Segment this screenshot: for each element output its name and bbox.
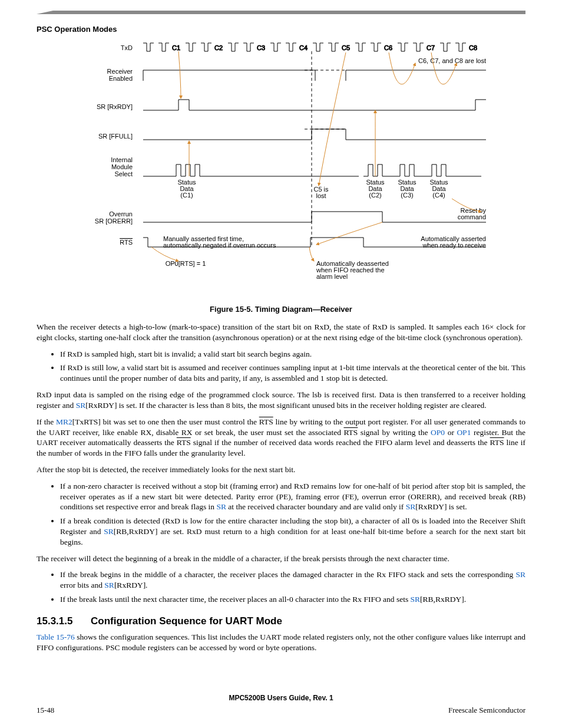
text-run: If the break begins in the middle of a c… bbox=[60, 570, 515, 579]
footer-page-number: 15-48 bbox=[37, 706, 54, 715]
subsection-heading: 15.3.1.5Configuration Sequence for UART … bbox=[37, 615, 525, 627]
footer-vendor: Freescale Semiconductor bbox=[448, 706, 525, 715]
op0-note: OP0[RTS] = 1 bbox=[166, 260, 206, 267]
svg-text:StatusData(C1): StatusData(C1) bbox=[177, 179, 196, 199]
running-header: PSC Operation Modes bbox=[37, 25, 525, 34]
header-rule bbox=[53, 11, 525, 14]
rts-overline: RTS bbox=[343, 428, 358, 437]
svg-text:C7: C7 bbox=[427, 44, 435, 51]
text-run: at the received character boundary and a… bbox=[226, 502, 406, 511]
signal-label: OverrunSR [ORERR] bbox=[95, 210, 133, 225]
reset-note: Reset bycommand bbox=[458, 207, 487, 220]
body-paragraph: If the MR2[TxRTS] bit was set to one the… bbox=[37, 417, 525, 459]
text-run: [RxRDY] is set. bbox=[415, 502, 467, 511]
signal-label: ReceiverEnabled bbox=[107, 68, 133, 82]
text-run: signal by writing the bbox=[358, 428, 431, 437]
svg-text:StatusData(C3): StatusData(C3) bbox=[398, 179, 416, 199]
subsection-number: 15.3.1.5 bbox=[37, 615, 91, 627]
xref-sr[interactable]: SR bbox=[104, 581, 114, 589]
svg-text:C3: C3 bbox=[257, 44, 265, 51]
auto-deassert: Automatically deassertedwhen FIFO reache… bbox=[316, 260, 389, 280]
figure-container: TxD C1 C2 C3 C4 bbox=[37, 39, 525, 314]
svg-text:C5 islost: C5 islost bbox=[313, 186, 329, 199]
lost-note: C6, C7, and C8 are lost bbox=[418, 57, 486, 64]
list-item: If a non-zero character is received with… bbox=[60, 481, 525, 512]
list-item: If RxD is still low, a valid start bit i… bbox=[60, 363, 525, 384]
body-paragraph: RxD input data is sampled on the rising … bbox=[37, 390, 525, 411]
text-run: [RB,RxRDY] are set. RxD must return to a… bbox=[60, 527, 525, 546]
xref-sr[interactable]: SR bbox=[216, 502, 226, 511]
xref-sr[interactable]: SR bbox=[411, 595, 421, 604]
text-run: If the bbox=[37, 417, 56, 426]
svg-text:C8: C8 bbox=[469, 44, 477, 51]
xref-sr[interactable]: SR bbox=[104, 527, 114, 536]
svg-text:C6: C6 bbox=[384, 44, 392, 51]
xref-sr[interactable]: SR bbox=[406, 502, 416, 511]
rts-overline: RTS bbox=[177, 438, 191, 447]
body-paragraph: After the stop bit is detected, the rece… bbox=[37, 465, 525, 475]
xref-op0[interactable]: OP0 bbox=[431, 428, 445, 437]
text-run: [RxRDY]. bbox=[114, 581, 148, 589]
bullet-list: If the break begins in the middle of a c… bbox=[60, 569, 525, 604]
body-paragraph: The receiver will detect the beginning o… bbox=[37, 554, 525, 564]
footer-center: MPC5200B Users Guide, Rev. 1 bbox=[0, 694, 562, 702]
figure-caption: Figure 15-5. Timing Diagram—Receiver bbox=[37, 305, 525, 314]
bullet-list: If a non-zero character is received with… bbox=[60, 481, 525, 548]
signal-label: SR [RxRDY] bbox=[97, 103, 133, 110]
svg-text:C4: C4 bbox=[299, 44, 308, 51]
svg-text:C2: C2 bbox=[214, 44, 223, 51]
xref-sr[interactable]: SR bbox=[515, 570, 525, 579]
rts-manual: Manually asserted first time,automatical… bbox=[163, 235, 276, 249]
bullet-list: If RxD is sampled high, start bit is inv… bbox=[60, 349, 525, 384]
rts-overline: RTS bbox=[259, 417, 273, 426]
signal-label: SR [FFULL] bbox=[98, 133, 133, 140]
text-run: shows the configuration sequences. This … bbox=[37, 633, 525, 652]
list-item: If RxD is sampled high, start bit is inv… bbox=[60, 349, 525, 360]
text-run: If the break lasts until the next charac… bbox=[60, 595, 411, 604]
xref-op1[interactable]: OP1 bbox=[457, 428, 471, 437]
svg-text:StatusData(C4): StatusData(C4) bbox=[429, 179, 448, 199]
body-paragraph: When the receiver detects a high-to-low … bbox=[37, 322, 525, 343]
body-paragraph: Table 15-76 shows the configuration sequ… bbox=[37, 632, 525, 653]
text-run: signal if the number of received data wo… bbox=[191, 438, 490, 447]
subsection-title: Configuration Sequence for UART Mode bbox=[91, 615, 282, 627]
recv-enabled-wave bbox=[143, 70, 315, 81]
text-run: error bits and bbox=[60, 581, 104, 589]
text-run: [RB,RxRDY]. bbox=[420, 595, 466, 604]
text-run: [RxRDY] is set. If the character is less… bbox=[85, 401, 486, 410]
list-item: If the break lasts until the next charac… bbox=[60, 594, 525, 605]
txd-waveform: C1 C2 C3 C4 C5 C6 bbox=[143, 43, 477, 51]
rts-auto: Automatically assertedwhen ready to rece… bbox=[421, 235, 486, 249]
list-item: If a break condition is detected (RxD is… bbox=[60, 516, 525, 547]
xref-table[interactable]: Table 15-76 bbox=[37, 633, 75, 641]
text-run: [TxRTS] bit was set to one then the user… bbox=[72, 417, 259, 426]
signal-label: InternalModuleSelect bbox=[111, 156, 133, 177]
signal-label: TxD bbox=[121, 44, 133, 51]
timing-diagram: TxD C1 C2 C3 C4 bbox=[63, 39, 499, 299]
signal-label: RTS bbox=[120, 239, 133, 246]
svg-text:StatusData(C2): StatusData(C2) bbox=[366, 179, 385, 199]
xref-mr2[interactable]: MR2 bbox=[56, 417, 72, 426]
svg-text:C1: C1 bbox=[172, 44, 180, 51]
document-page: PSC Operation Modes TxD C1 C2 bbox=[0, 0, 562, 728]
rts-overline: RTS bbox=[490, 438, 504, 447]
xref-sr[interactable]: SR bbox=[76, 401, 86, 410]
list-item: If the break begins in the middle of a c… bbox=[60, 569, 525, 591]
text-run: or bbox=[445, 428, 457, 437]
svg-text:C5: C5 bbox=[342, 44, 350, 51]
